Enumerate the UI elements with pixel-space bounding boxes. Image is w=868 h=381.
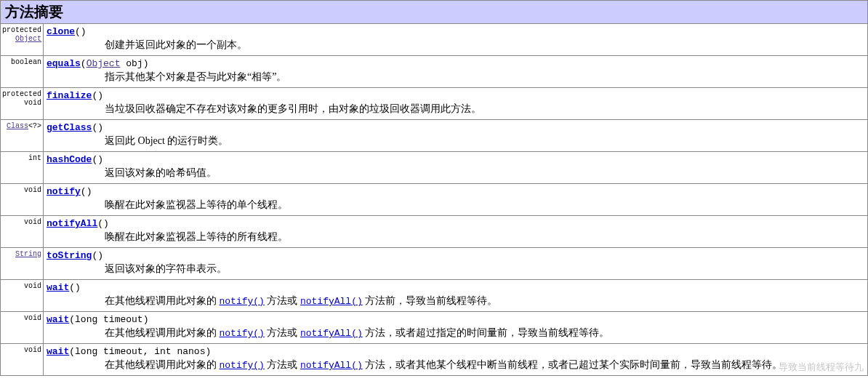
method-link[interactable]: notify: [47, 186, 81, 197]
table-header-row: 方法摘要: [1, 1, 868, 24]
method-cell: getClass()返回此 Object 的运行时类。: [44, 120, 868, 152]
method-description: 返回此 Object 的运行时类。: [47, 133, 864, 149]
method-description: 唤醒在此对象监视器上等待的所有线程。: [47, 229, 864, 245]
method-description: 创建并返回此对象的一个副本。: [47, 37, 864, 53]
method-cell: toString()返回该对象的字符串表示。: [44, 248, 868, 280]
return-type-cell: Class<?>: [1, 120, 44, 152]
method-description: 指示其他某个对象是否与此对象“相等”。: [47, 69, 864, 85]
method-link[interactable]: getClass: [47, 122, 92, 133]
table-row: booleanequals(Object obj)指示其他某个对象是否与此对象“…: [1, 56, 868, 88]
method-cell: wait(long timeout)在其他线程调用此对象的 notify() 方…: [44, 312, 868, 344]
return-type-link[interactable]: Object: [15, 35, 41, 43]
method-description: 在其他线程调用此对象的 notify() 方法或 notifyAll() 方法，…: [47, 357, 864, 373]
table-row: inthashCode()返回该对象的哈希码值。: [1, 152, 868, 184]
method-cell: finalize()当垃圾回收器确定不存在对该对象的更多引用时，由对象的垃圾回收…: [44, 88, 868, 120]
method-description: 唤醒在此对象监视器上等待的单个线程。: [47, 197, 864, 213]
method-cell: notify()唤醒在此对象监视器上等待的单个线程。: [44, 184, 868, 216]
table-row: protectedObjectclone()创建并返回此对象的一个副本。: [1, 24, 868, 56]
method-cell: equals(Object obj)指示其他某个对象是否与此对象“相等”。: [44, 56, 868, 88]
method-summary-table: 方法摘要 protectedObjectclone()创建并返回此对象的一个副本…: [0, 0, 868, 376]
table-row: voidwait(long timeout, int nanos)在其他线程调用…: [1, 344, 868, 376]
return-type-cell: boolean: [1, 56, 44, 88]
method-link[interactable]: notifyAll: [47, 218, 97, 229]
return-type-cell: void: [1, 312, 44, 344]
return-type-cell: void: [1, 184, 44, 216]
method-description: 在其他线程调用此对象的 notify() 方法或 notifyAll() 方法，…: [47, 325, 864, 341]
return-type-cell: protectedvoid: [1, 88, 44, 120]
table-row: voidnotifyAll()唤醒在此对象监视器上等待的所有线程。: [1, 216, 868, 248]
method-link[interactable]: wait: [47, 314, 69, 325]
method-link[interactable]: finalize: [47, 90, 92, 101]
return-type-link[interactable]: String: [15, 250, 41, 258]
method-link[interactable]: wait: [47, 346, 69, 357]
table-row: StringtoString()返回该对象的字符串表示。: [1, 248, 868, 280]
return-type-cell: void: [1, 280, 44, 312]
method-description: 当垃圾回收器确定不存在对该对象的更多引用时，由对象的垃圾回收器调用此方法。: [47, 101, 864, 117]
return-type-cell: protectedObject: [1, 24, 44, 56]
method-cell: clone()创建并返回此对象的一个副本。: [44, 24, 868, 56]
method-link[interactable]: equals: [47, 58, 81, 69]
table-row: Class<?>getClass()返回此 Object 的运行时类。: [1, 120, 868, 152]
table-row: voidnotify()唤醒在此对象监视器上等待的单个线程。: [1, 184, 868, 216]
return-type-cell: int: [1, 152, 44, 184]
method-cell: hashCode()返回该对象的哈希码值。: [44, 152, 868, 184]
method-link[interactable]: toString: [47, 250, 92, 261]
method-link[interactable]: wait: [47, 282, 69, 293]
method-description: 返回该对象的字符串表示。: [47, 261, 864, 277]
return-type-cell: String: [1, 248, 44, 280]
method-link[interactable]: hashCode: [47, 154, 92, 165]
return-type-cell: void: [1, 344, 44, 376]
table-title: 方法摘要: [1, 1, 868, 24]
method-description: 在其他线程调用此对象的 notify() 方法或 notifyAll() 方法前…: [47, 293, 864, 309]
method-description: 返回该对象的哈希码值。: [47, 165, 864, 181]
return-type-link[interactable]: Class: [7, 122, 28, 130]
table-row: voidwait(long timeout)在其他线程调用此对象的 notify…: [1, 312, 868, 344]
table-row: protectedvoidfinalize()当垃圾回收器确定不存在对该对象的更…: [1, 88, 868, 120]
table-row: voidwait()在其他线程调用此对象的 notify() 方法或 notif…: [1, 280, 868, 312]
method-cell: wait()在其他线程调用此对象的 notify() 方法或 notifyAll…: [44, 280, 868, 312]
method-link[interactable]: clone: [47, 26, 75, 37]
method-cell: wait(long timeout, int nanos)在其他线程调用此对象的…: [44, 344, 868, 376]
return-type-cell: void: [1, 216, 44, 248]
method-cell: notifyAll()唤醒在此对象监视器上等待的所有线程。: [44, 216, 868, 248]
